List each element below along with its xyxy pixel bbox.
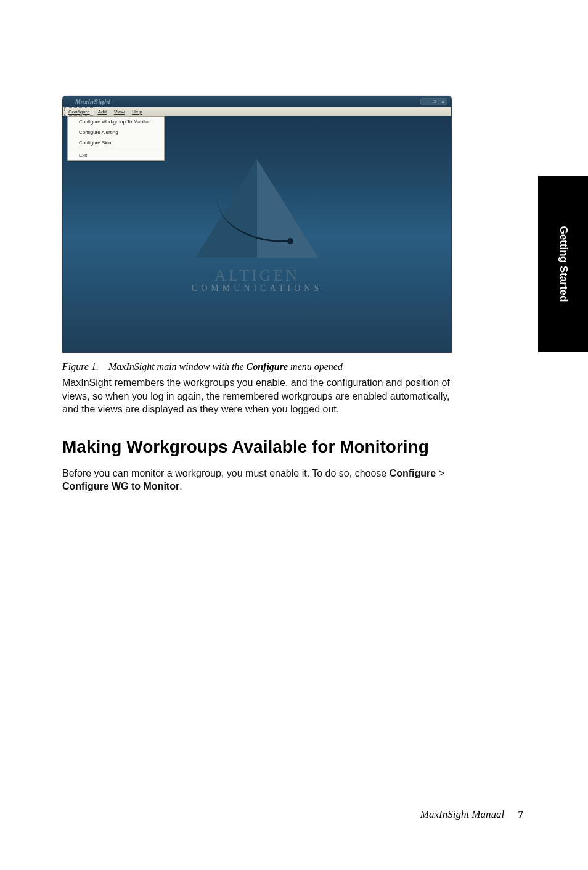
- footer-page-number: 7: [518, 808, 524, 820]
- menubar: Configure Add View Help: [63, 107, 451, 116]
- menu-configure[interactable]: Configure: [64, 107, 94, 116]
- body-paragraph-1: MaxInSight remembers the workgroups you …: [62, 376, 457, 416]
- menu-view[interactable]: View: [110, 107, 128, 116]
- menu-help[interactable]: Help: [128, 107, 145, 116]
- caption-pre: MaxInSight main window with the: [108, 361, 247, 372]
- page-footer: MaxInSight Manual 7: [420, 808, 523, 821]
- page-body: MaxInSight – □ x Configure Add View Help…: [62, 96, 523, 493]
- para2-sep: >: [436, 468, 444, 478]
- window-title: MaxInSight: [75, 99, 110, 105]
- app-canvas: ALTIGEN COMMUNICATIONS: [63, 116, 451, 352]
- maxinsight-window: MaxInSight – □ x Configure Add View Help…: [62, 96, 452, 353]
- caption-bold: Configure: [247, 361, 288, 372]
- para2-pre: Before you can monitor a workgroup, you …: [62, 468, 390, 478]
- minimize-icon[interactable]: –: [421, 99, 430, 105]
- maximize-icon[interactable]: □: [430, 99, 438, 105]
- para2-bold2: Configure WG to Monitor: [62, 481, 179, 491]
- caption-post: menu opened: [288, 361, 343, 372]
- section-heading: Making Workgroups Available for Monitori…: [62, 437, 523, 457]
- para2-post: .: [179, 481, 182, 491]
- window-controls: – □ x: [420, 98, 447, 105]
- window-titlebar: MaxInSight – □ x: [63, 96, 451, 107]
- footer-manual-title: MaxInSight Manual: [420, 808, 504, 820]
- logo-text-line1: ALTIGEN: [192, 266, 322, 285]
- close-icon[interactable]: x: [438, 99, 447, 105]
- chapter-side-tab: Getting Started: [538, 176, 588, 352]
- figure-label: Figure 1.: [62, 361, 99, 372]
- figure-caption: Figure 1. MaxInSight main window with th…: [62, 361, 523, 372]
- logo-text-line2: COMMUNICATIONS: [192, 284, 322, 293]
- menu-add[interactable]: Add: [94, 107, 110, 116]
- para2-bold1: Configure: [390, 468, 436, 478]
- altigen-logo: ALTIGEN COMMUNICATIONS: [192, 159, 322, 293]
- body-paragraph-2: Before you can monitor a workgroup, you …: [62, 467, 457, 493]
- chapter-side-tab-label: Getting Started: [557, 226, 570, 302]
